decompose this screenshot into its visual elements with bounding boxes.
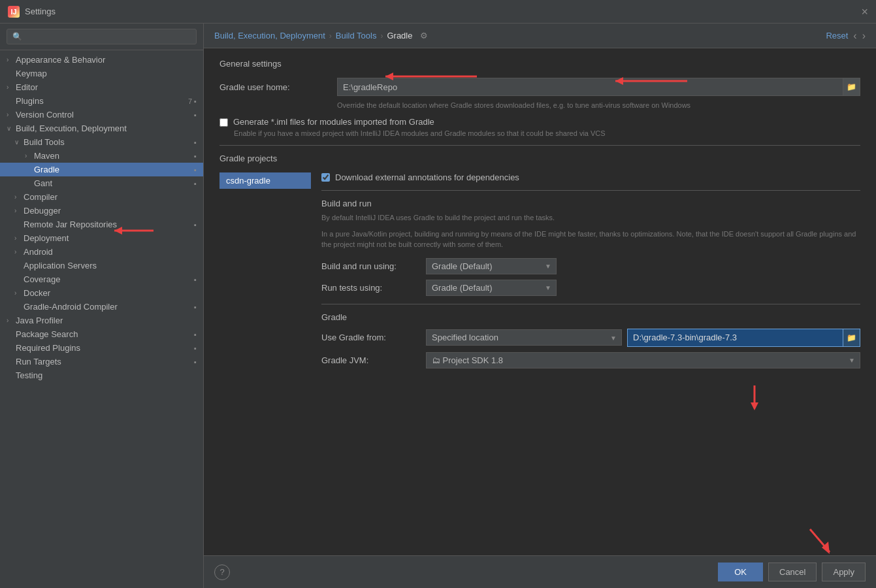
build-run-title: Build and run [321, 199, 860, 208]
sidebar-item-label: Editor [16, 82, 197, 92]
build-run-using-row: Build and run using: Gradle (Default) In… [321, 258, 860, 274]
bottom-bar: ? OK Cancel Apply [204, 555, 876, 588]
divider-2 [321, 190, 860, 191]
expand-icon: › [25, 152, 34, 159]
settings-icon: ▪ [194, 221, 197, 229]
sidebar-item-editor[interactable]: › Editor [0, 80, 203, 94]
sidebar-item-label: Compiler [24, 192, 197, 202]
sidebar-item-label: Gradle [34, 165, 191, 174]
content-wrapper: Build, Execution, Deployment › Build Too… [204, 24, 876, 588]
breadcrumb-sep-1: › [329, 31, 332, 41]
gradle-user-home-folder-button[interactable]: 📁 [843, 78, 860, 95]
arrow-icon: › [7, 84, 16, 91]
use-gradle-from-select[interactable]: Specified location Wrapper Local install… [426, 329, 622, 346]
sidebar-item-gradle[interactable]: Gradle ▪ [0, 163, 203, 176]
sidebar-item-gradle-android[interactable]: Gradle-Android Compiler ▪ [0, 300, 203, 314]
sidebar-item-remote-jar[interactable]: Remote Jar Repositories ▪ [0, 218, 203, 231]
build-run-section: Build and run By default IntelliJ IDEA u… [321, 199, 860, 250]
help-button[interactable]: ? [214, 564, 230, 580]
project-item-csdn-gradle[interactable]: csdn-gradle [219, 172, 311, 189]
gear-icon[interactable]: ⚙ [420, 31, 428, 41]
download-annotations-checkbox[interactable] [321, 173, 330, 182]
expand-icon: › [14, 248, 24, 255]
gradle-jvm-select[interactable]: 🗂 Project SDK 1.8 [426, 352, 860, 368]
build-run-using-select[interactable]: Gradle (Default) IntelliJ IDEA [426, 258, 557, 274]
build-run-using-select-wrapper: Gradle (Default) IntelliJ IDEA ▼ [426, 258, 557, 274]
sidebar-item-maven[interactable]: › Maven ▪ [0, 149, 203, 163]
breadcrumb: Build, Execution, Deployment › Build Too… [214, 31, 428, 41]
gradle-jvm-row: Gradle JVM: 🗂 Project SDK 1.8 ▼ [321, 352, 860, 368]
breadcrumb-build-tools[interactable]: Build Tools [336, 31, 377, 41]
settings-icon: ▪ [194, 166, 197, 174]
breadcrumb-build-exec[interactable]: Build, Execution, Deployment [214, 31, 325, 41]
gradle-projects-row: csdn-gradle Download external annotation… [219, 172, 860, 374]
sidebar-item-app-servers[interactable]: Application Servers [0, 259, 203, 272]
sidebar-item-label: Maven [34, 151, 191, 161]
sidebar-item-label: Application Servers [24, 261, 197, 270]
red-arrow-3 [867, 309, 876, 342]
generate-iml-row: Generate *.iml files for modules importe… [219, 117, 860, 127]
bottom-buttons: OK Cancel Apply [718, 563, 866, 581]
sidebar-item-keymap[interactable]: Keymap [0, 67, 203, 80]
sidebar-item-android[interactable]: › Android [0, 245, 203, 259]
apply-button[interactable]: Apply [822, 563, 866, 581]
expand-icon: › [14, 207, 24, 214]
settings-icon: ▪ [194, 303, 197, 311]
close-button[interactable]: × [861, 6, 868, 18]
sidebar-item-label: Coverage [24, 274, 191, 284]
sidebar-item-label: Required Plugins [16, 343, 191, 353]
sidebar-item-compiler[interactable]: › Compiler [0, 190, 203, 204]
sidebar-item-version-control[interactable]: › Version Control ▪ [0, 108, 203, 122]
gradle-user-home-hint: Override the default location where Grad… [337, 101, 860, 109]
reset-button[interactable]: Reset [826, 31, 848, 41]
content-body: General settings Gradle user home: 📁 Ove… [204, 48, 876, 555]
sidebar-item-coverage[interactable]: Coverage ▪ [0, 272, 203, 286]
sidebar-item-debugger[interactable]: › Debugger [0, 204, 203, 218]
divider-1 [219, 145, 860, 146]
build-run-desc1: By default IntelliJ IDEA uses Gradle to … [321, 212, 860, 223]
settings-icon: ▪ [194, 276, 197, 284]
back-button[interactable]: ‹ [853, 30, 856, 42]
sidebar-item-required-plugins[interactable]: Required Plugins ▪ [0, 341, 203, 355]
sidebar-item-plugins[interactable]: Plugins 7 ▪ [0, 94, 203, 108]
sidebar-item-gant[interactable]: Gant ▪ [0, 176, 203, 190]
sidebar-item-build-exec[interactable]: ∨ Build, Execution, Deployment [0, 122, 203, 135]
gradle-path-folder-button[interactable]: 📁 [843, 329, 860, 346]
main-layout: › Appearance & Behavior Keymap › Editor … [0, 24, 876, 588]
settings-icon: ▪ [194, 111, 197, 119]
search-input[interactable] [7, 29, 197, 44]
sidebar-item-package-search[interactable]: Package Search ▪ [0, 327, 203, 341]
cancel-button[interactable]: Cancel [768, 563, 817, 581]
sidebar-item-appearance[interactable]: › Appearance & Behavior [0, 53, 203, 67]
sidebar-item-java-profiler[interactable]: › Java Profiler [0, 314, 203, 327]
run-tests-select[interactable]: Gradle (Default) IntelliJ IDEA [426, 280, 557, 296]
forward-button[interactable]: › [862, 30, 866, 42]
sidebar-item-docker[interactable]: › Docker [0, 286, 203, 300]
sidebar-item-deployment[interactable]: › Deployment [0, 231, 203, 245]
sidebar-item-label: Debugger [24, 206, 197, 216]
divider-3 [321, 304, 860, 304]
build-run-desc2: In a pure Java/Kotlin project, building … [321, 229, 860, 250]
generate-iml-checkbox[interactable] [219, 118, 228, 127]
breadcrumb-bar: Build, Execution, Deployment › Build Too… [204, 24, 876, 48]
generate-iml-hint: Enable if you have a mixed project with … [234, 129, 860, 137]
sidebar-item-run-targets[interactable]: Run Targets ▪ [0, 355, 203, 368]
breadcrumb-sep-2: › [380, 31, 383, 41]
run-tests-label: Run tests using: [321, 283, 426, 293]
expand-icon: ∨ [14, 139, 24, 146]
sidebar-item-label: Plugins [16, 96, 186, 106]
download-annotations-row: Download external annotations for depend… [321, 172, 860, 182]
sidebar-item-testing[interactable]: Testing [0, 368, 203, 382]
sidebar-item-build-tools[interactable]: ∨ Build Tools ▪ [0, 135, 203, 149]
ok-button[interactable]: OK [718, 563, 763, 581]
gradle-user-home-label: Gradle user home: [219, 82, 337, 92]
badge-icon: 7 ▪ [188, 97, 197, 105]
gradle-user-home-input[interactable] [338, 80, 843, 95]
sidebar-item-label: Gradle-Android Compiler [24, 302, 191, 312]
settings-icon: ▪ [194, 344, 197, 352]
gradle-user-home-row: Gradle user home: 📁 [219, 78, 860, 96]
expand-icon: › [14, 193, 24, 201]
gradle-path-input[interactable] [628, 330, 843, 345]
window-title: Settings [25, 7, 56, 16]
settings-icon: ▪ [194, 139, 197, 146]
